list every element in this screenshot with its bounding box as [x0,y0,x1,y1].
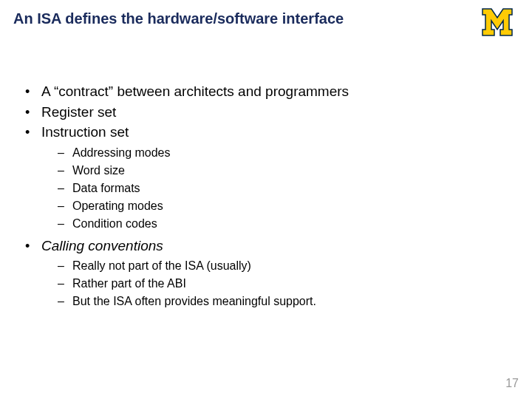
bullet-text: Addressing modes [72,146,171,159]
bullet-level2: Rather part of the ABI [58,275,508,293]
bullet-level1: Instruction set [24,122,508,143]
slide-title: An ISA defines the hardware/software int… [13,10,344,27]
bullet-text: A “contract” between architects and prog… [41,83,349,99]
bullet-level2: But the ISA often provides meaningful su… [58,293,508,310]
bullet-text: Rather part of the ABI [72,277,186,290]
bullet-level1: Register set [24,102,508,123]
bullet-text: Data formats [72,182,140,194]
bullet-level2: Really not part of the ISA (usually) [58,257,508,275]
bullet-text: Word size [72,164,125,177]
sub-list: Really not part of the ISA (usually)Rath… [58,257,508,310]
bullet-text: Condition codes [72,217,157,230]
bullet-text: Operating modes [72,200,163,212]
sub-list: Addressing modesWord sizeData formatsOpe… [58,144,508,233]
bullet-level1: Calling conventions [24,236,508,256]
bullet-level2: Word size [58,162,508,180]
slide-body: A “contract” between architects and prog… [24,81,508,313]
bullet-text: But the ISA often provides meaningful su… [72,295,316,307]
bullet-level2: Operating modes [58,197,508,215]
page-number: 17 [505,377,519,390]
bullet-level2: Addressing modes [58,144,508,162]
bullet-text: Really not part of the ISA (usually) [72,259,251,272]
bullet-level2: Data formats [58,180,508,197]
bullet-text: Register set [41,104,116,120]
bullet-text: Instruction set [41,124,129,140]
michigan-logo [476,7,519,40]
bullet-text: Calling conventions [41,238,163,253]
bullet-level1: A “contract” between architects and prog… [24,81,508,102]
bullet-level2: Condition codes [58,215,508,233]
